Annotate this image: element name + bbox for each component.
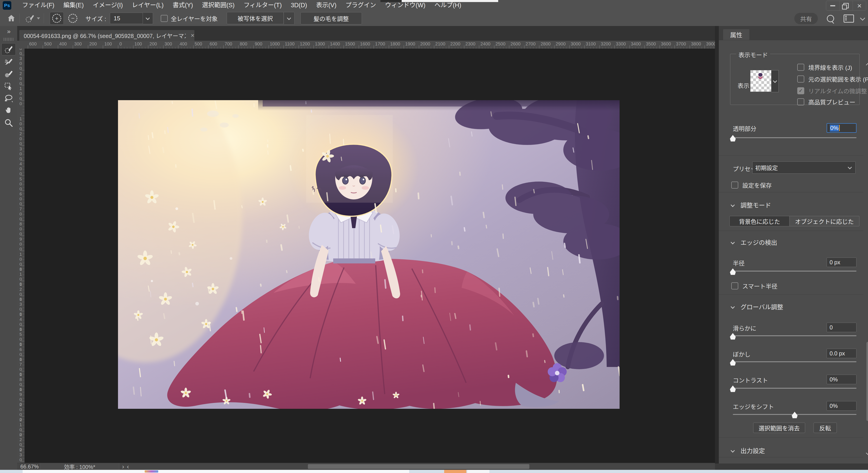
- section-output-settings[interactable]: 出力設定: [731, 446, 765, 455]
- home-icon[interactable]: [7, 14, 16, 23]
- high-quality-preview-checkbox[interactable]: 高品質プレビュー: [797, 98, 855, 106]
- slider-track[interactable]: [733, 388, 857, 389]
- section-edge-detection[interactable]: エッジの検出: [731, 238, 777, 247]
- transparency-input[interactable]: 0%: [827, 123, 857, 133]
- menu-item-image[interactable]: イメージ(I): [88, 0, 127, 11]
- select-subject-dropdown[interactable]: [284, 12, 294, 25]
- h-ruler: 6005004003002001000100200300400500600700…: [24, 41, 715, 49]
- slider-track[interactable]: [733, 137, 857, 138]
- contrast-slider[interactable]: [733, 385, 857, 391]
- minimize-button[interactable]: [826, 1, 839, 10]
- scroll-up-icon[interactable]: [866, 62, 868, 68]
- object-selection-tool[interactable]: [2, 80, 16, 92]
- document-tab[interactable]: 00054-691633.png @ 66.7% (seed_905928_00…: [19, 30, 194, 41]
- transparency-slider[interactable]: [733, 135, 857, 140]
- restore-button[interactable]: [839, 1, 852, 10]
- refine-edge-brush-tool[interactable]: [2, 56, 16, 68]
- slider-thumb[interactable]: [792, 412, 798, 418]
- taskbar-icons: [145, 470, 158, 473]
- menu-item-select[interactable]: 選択範囲(S): [197, 0, 239, 11]
- menu-item-plugins[interactable]: プラグイン: [341, 0, 381, 11]
- canvas-image[interactable]: [118, 100, 620, 409]
- radius-input[interactable]: 0 px: [827, 258, 857, 267]
- view-label: 表示: [738, 81, 749, 90]
- workspace-switcher-icon[interactable]: [844, 14, 854, 23]
- contrast-input[interactable]: 0%: [827, 375, 857, 384]
- show-edge-checkbox[interactable]: 境界線を表示 (J): [797, 63, 852, 71]
- slider-track[interactable]: [733, 271, 857, 271]
- ruler-corner[interactable]: [17, 41, 25, 49]
- tab-close-icon[interactable]: ×: [191, 32, 194, 39]
- close-button[interactable]: ×: [852, 1, 866, 10]
- view-dropdown-button[interactable]: [771, 70, 779, 92]
- sample-all-layers-checkbox[interactable]: 全レイヤーを対象: [161, 14, 218, 23]
- slider-track[interactable]: [733, 361, 857, 362]
- view-thumbnail-preview: [758, 73, 763, 79]
- efficiency-indicator[interactable]: 効率 : 100%*: [40, 463, 119, 470]
- slider-track[interactable]: [733, 335, 857, 336]
- chevron-down-icon[interactable]: [860, 16, 865, 21]
- smart-radius-checkbox[interactable]: スマート半径: [731, 282, 777, 290]
- subtract-from-selection-button[interactable]: −: [66, 12, 80, 24]
- menu-item-view[interactable]: 表示(V): [312, 0, 341, 11]
- share-button[interactable]: 共有: [794, 13, 818, 24]
- slider-thumb[interactable]: [730, 385, 736, 392]
- slider-thumb[interactable]: [730, 135, 736, 142]
- preset-select[interactable]: 初期設定: [752, 161, 856, 174]
- chevron-down-icon: [731, 203, 735, 207]
- brush-tool[interactable]: [2, 68, 16, 80]
- menu-item-3d[interactable]: 3D(D): [286, 0, 312, 11]
- lasso-tool[interactable]: [2, 92, 16, 104]
- shift-edge-input[interactable]: 0%: [827, 401, 857, 411]
- menu-item-filter[interactable]: フィルター(T): [239, 0, 286, 11]
- menu-item-edit[interactable]: 編集(E): [59, 0, 88, 11]
- show-original-checkbox[interactable]: 元の選択範囲を表示 (P): [797, 75, 868, 83]
- status-next-icon[interactable]: ›: [122, 463, 124, 470]
- tool-preset-picker[interactable]: [24, 13, 40, 24]
- select-subject-button[interactable]: 被写体を選択: [227, 12, 284, 24]
- h-scrollbar-thumb[interactable]: [308, 464, 529, 469]
- invert-button[interactable]: 反転: [813, 422, 837, 433]
- size-input[interactable]: 15: [110, 13, 143, 24]
- feather-input[interactable]: 0.0 px: [827, 349, 857, 358]
- size-dropdown-button[interactable]: [143, 12, 153, 24]
- view-thumbnail[interactable]: [750, 70, 772, 92]
- sample-all-layers-label: 全レイヤーを対象: [171, 14, 218, 23]
- checkbox: [797, 98, 804, 106]
- canvas-area[interactable]: 4003002001000100200300400500600700800900…: [17, 49, 715, 463]
- scroll-down-icon[interactable]: [866, 450, 868, 455]
- status-prev-icon[interactable]: ‹: [127, 463, 129, 470]
- feather-slider[interactable]: [733, 359, 857, 364]
- refine-hair-button[interactable]: 髪の毛を調整: [301, 12, 362, 24]
- slider-thumb[interactable]: [730, 268, 736, 275]
- section-adjust-mode[interactable]: 調整モード: [731, 201, 771, 209]
- menu-item-type[interactable]: 書式(Y): [168, 0, 197, 11]
- object-aware-button[interactable]: オブジェクトに応じた: [789, 216, 860, 226]
- panel-scrollbar-thumb[interactable]: [866, 342, 868, 421]
- menu-item-layer[interactable]: レイヤー(L): [127, 0, 168, 11]
- shift-edge-slider[interactable]: [733, 412, 857, 417]
- slider-thumb[interactable]: [730, 333, 736, 340]
- quick-selection-tool[interactable]: [1, 43, 16, 55]
- smooth-slider[interactable]: [733, 333, 857, 338]
- zoom-percent[interactable]: 66.67%: [20, 464, 40, 470]
- add-to-selection-button[interactable]: +: [50, 12, 64, 25]
- tab-properties[interactable]: 属性: [723, 29, 749, 40]
- smooth-input[interactable]: 0: [827, 323, 857, 332]
- menu-item-file[interactable]: ファイル(F): [18, 0, 59, 11]
- save-settings-checkbox[interactable]: 設定を保存: [731, 181, 772, 189]
- document-v-scrollbar[interactable]: [715, 26, 719, 464]
- clear-selection-button[interactable]: 選択範囲を消去: [753, 422, 805, 433]
- section-global-adjust[interactable]: グローバル調整: [731, 302, 783, 311]
- panel-grip[interactable]: [4, 38, 13, 41]
- size-label: サイズ :: [86, 14, 106, 23]
- photoshop-logo[interactable]: Ps: [3, 1, 11, 10]
- search-icon[interactable]: [827, 15, 834, 22]
- color-aware-button[interactable]: 背景色に応じた: [730, 216, 789, 226]
- slider-thumb[interactable]: [730, 359, 736, 366]
- zoom-tool[interactable]: [2, 117, 16, 129]
- hand-tool[interactable]: [2, 105, 16, 116]
- realtime-refine-checkbox[interactable]: ✓リアルタイムの微調整: [797, 87, 867, 95]
- radius-slider[interactable]: [733, 268, 857, 274]
- expand-panel-button[interactable]: »: [0, 28, 17, 35]
